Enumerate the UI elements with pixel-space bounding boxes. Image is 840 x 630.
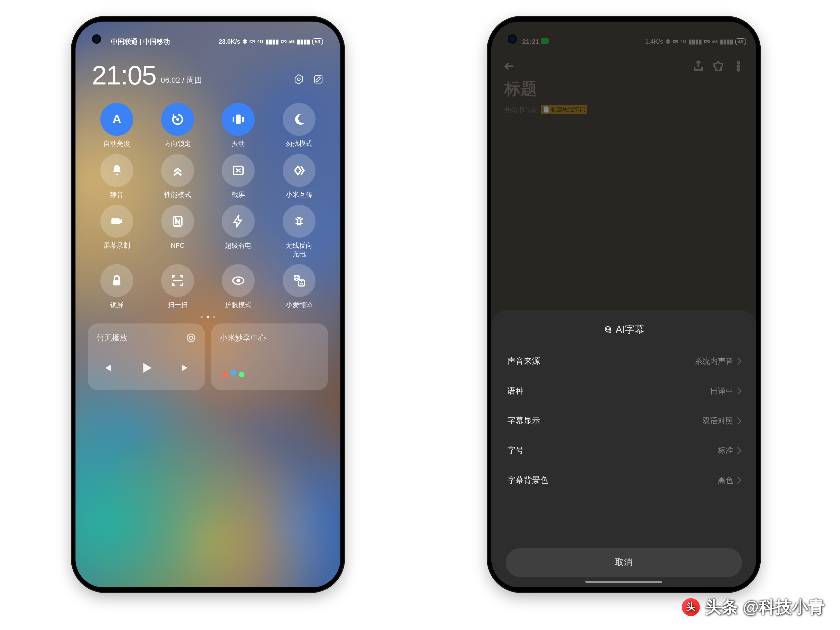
row-language[interactable]: 语种日译中 — [506, 376, 742, 406]
screen-record-label: 屏幕录制 — [103, 241, 130, 250]
vibrate-button[interactable] — [222, 103, 255, 136]
eye-care-label: 护眼模式 — [225, 301, 252, 309]
pager-dot-1[interactable] — [207, 316, 209, 318]
scan-button[interactable] — [161, 264, 194, 297]
audio-source-label: 声音来源 — [507, 355, 540, 367]
vibrate-label: 振动 — [232, 139, 245, 148]
lock-label: 锁屏 — [110, 301, 123, 309]
subtitle-mode-label: 字幕显示 — [507, 415, 540, 426]
font-size-value: 标准 — [718, 445, 741, 456]
screen-record-button[interactable] — [100, 205, 133, 238]
tile-auto-brightness[interactable]: A自动亮度 — [88, 103, 146, 148]
pager-dot-0[interactable] — [201, 316, 203, 318]
prev-track-icon[interactable] — [102, 363, 112, 373]
eye-care-button[interactable] — [222, 264, 255, 297]
performance-label: 性能模式 — [164, 191, 191, 199]
performance-button[interactable] — [161, 154, 194, 187]
row-audio-source[interactable]: 声音来源系统内声音 — [506, 346, 742, 376]
tile-mi-share[interactable]: 小米互传 — [270, 154, 328, 199]
tile-rotation-lock[interactable]: 方向锁定 — [148, 103, 207, 148]
auto-brightness-label: 自动亮度 — [103, 139, 130, 148]
ai-subtitle-sheet: AI字幕 声音来源系统内声音语种日译中字幕显示双语对照字号标准字幕背景色黑色 取… — [491, 310, 756, 587]
tile-xiaoai-translate[interactable]: 文A小爱翻译 — [270, 264, 328, 309]
language-value: 日译中 — [710, 386, 741, 396]
cards-row: 暂无播放 小米妙享中心 — [88, 324, 328, 390]
mute-label: 静音 — [110, 191, 123, 199]
edit-icon[interactable] — [313, 74, 324, 85]
chevron-right-icon — [734, 447, 741, 454]
lock-button[interactable] — [100, 264, 133, 297]
tile-dnd[interactable]: 勿扰模式 — [270, 103, 328, 148]
play-icon[interactable] — [139, 361, 153, 375]
clock-row: 21:05 06.02 / 周四 — [88, 50, 328, 103]
tile-lock[interactable]: 锁屏 — [88, 264, 146, 309]
dnd-button[interactable] — [283, 103, 316, 136]
row-font-size[interactable]: 字号标准 — [506, 436, 742, 466]
chevron-right-icon — [734, 417, 741, 424]
tile-mute[interactable]: 静音 — [88, 154, 146, 199]
tile-scan[interactable]: 扫一扫 — [148, 264, 207, 309]
front-camera-left — [92, 35, 101, 44]
mute-button[interactable] — [100, 154, 133, 187]
reverse-charge-button[interactable] — [283, 205, 316, 238]
net-speed: 23.0K/s — [219, 38, 240, 45]
cancel-button[interactable]: 取消 — [506, 548, 742, 577]
auto-brightness-button[interactable]: A — [100, 103, 133, 136]
signal-5g-icon: 5G — [289, 39, 295, 44]
clock-date: 06.02 / 周四 — [161, 75, 202, 91]
scan-label: 扫一扫 — [167, 301, 188, 309]
audio-source-value: 系统内声音 — [695, 356, 741, 366]
svg-rect-8 — [113, 280, 120, 286]
sheet-title: AI字幕 — [506, 323, 742, 346]
chevron-right-icon — [734, 387, 741, 395]
tile-reverse-charge[interactable]: 无线反向 充电 — [270, 205, 328, 258]
xiaoai-translate-button[interactable]: 文A — [283, 264, 316, 297]
rotation-lock-button[interactable] — [161, 103, 194, 136]
nfc-label: NFC — [171, 241, 184, 250]
ai-subtitle-icon — [603, 325, 613, 334]
mishare-dots-icon — [220, 369, 319, 382]
screen-left: 中国联通 | 中国移动 23.0K/s ✱ HD 4G ▮▮▮▮ HD 5G ▮… — [76, 22, 340, 587]
home-indicator[interactable] — [585, 581, 662, 583]
pager-dot-2[interactable] — [213, 316, 215, 318]
tile-nfc[interactable]: NFC — [148, 205, 207, 258]
settings-icon[interactable] — [293, 74, 305, 85]
mishare-title: 小米妙享中心 — [220, 333, 266, 343]
battery-saver-button[interactable] — [222, 205, 255, 238]
quick-tiles-grid: A自动亮度方向锁定振动勿扰模式静音性能模式截屏小米互传屏幕录制NFC超级省电无线… — [88, 103, 328, 309]
media-card[interactable]: 暂无播放 — [88, 324, 205, 390]
tile-screen-record[interactable]: 屏幕录制 — [88, 205, 146, 258]
tile-performance[interactable]: 性能模式 — [148, 154, 207, 199]
svg-point-16 — [189, 336, 193, 339]
reverse-charge-label: 无线反向 充电 — [286, 241, 313, 258]
svg-text:A: A — [112, 112, 121, 126]
row-subtitle-mode[interactable]: 字幕显示双语对照 — [506, 406, 742, 436]
media-title: 暂无播放 — [96, 333, 127, 343]
svg-point-3 — [176, 118, 179, 121]
bg-color-value: 黑色 — [718, 475, 741, 486]
battery-saver-label: 超级省电 — [225, 241, 252, 250]
subtitle-mode-value: 双语对照 — [703, 416, 741, 426]
tile-vibrate[interactable]: 振动 — [209, 103, 267, 148]
screenshot-button[interactable] — [222, 154, 255, 187]
screenshot-label: 截屏 — [232, 191, 245, 199]
mishare-card[interactable]: 小米妙享中心 — [211, 324, 328, 390]
battery-indicator: 53 — [312, 38, 323, 45]
nfc-button[interactable] — [161, 205, 194, 238]
cast-icon[interactable] — [186, 333, 196, 343]
pager — [88, 309, 328, 324]
tile-screenshot[interactable]: 截屏 — [209, 154, 267, 199]
status-right: 23.0K/s ✱ HD 4G ▮▮▮▮ HD 5G ▮▮▮▮ 53 — [219, 38, 323, 45]
mi-share-label: 小米互传 — [286, 191, 313, 199]
mi-share-button[interactable] — [283, 154, 316, 187]
phone-right: 21:21 1.4K/s ✱ HD 4G▮▮▮▮ HD 5G▮▮▮▮ 46 标题 — [488, 17, 760, 592]
row-bg-color[interactable]: 字幕背景色黑色 — [506, 466, 742, 495]
watermark: 头 头条 @科技小青 — [682, 596, 824, 618]
control-center: 中国联通 | 中国移动 23.0K/s ✱ HD 4G ▮▮▮▮ HD 5G ▮… — [76, 22, 340, 587]
tile-battery-saver[interactable]: 超级省电 — [209, 205, 267, 258]
hd-badge-2: HD — [281, 40, 286, 43]
tile-eye-care[interactable]: 护眼模式 — [209, 264, 267, 309]
font-size-label: 字号 — [507, 445, 524, 456]
next-track-icon[interactable] — [180, 363, 191, 373]
xiaoai-translate-label: 小爱翻译 — [286, 301, 313, 309]
